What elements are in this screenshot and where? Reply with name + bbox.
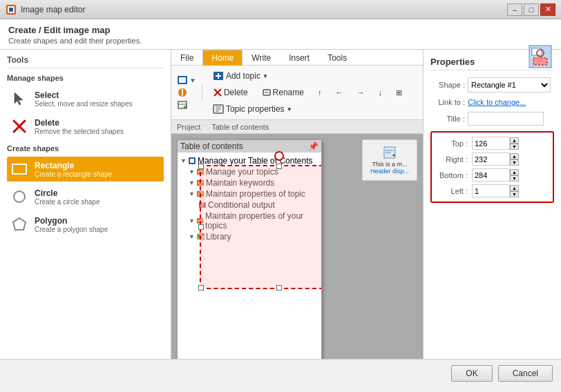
nav-left-button[interactable]: ← [330, 86, 348, 99]
topic-props-button[interactable]: Topic properties ▼ [208, 101, 297, 117]
nav-down-button[interactable]: ↓ [373, 86, 387, 99]
title-bar-left: Image map editor [6, 4, 85, 15]
nav-right-button[interactable]: → [352, 86, 369, 99]
add-topic-button[interactable]: Add topic ▼ [208, 68, 273, 84]
delete-label: Delete [224, 88, 248, 97]
topic-props-label: Topic properties [226, 104, 285, 114]
minimize-button[interactable]: – [507, 3, 522, 16]
quick-icon-1 [177, 75, 188, 86]
left-down-btn[interactable]: ▼ [510, 191, 519, 197]
expand-0: ▼ [180, 157, 187, 164]
svg-rect-28 [190, 159, 194, 163]
link-value[interactable]: Click to change... [468, 98, 526, 106]
properties-panel: Properties Shape : Rectangle #1 Link to … [423, 50, 561, 359]
delete-icon [10, 117, 29, 136]
handle-tm[interactable] [276, 164, 282, 169]
title-input[interactable] [468, 112, 544, 126]
tab-insert[interactable]: Insert [280, 50, 318, 66]
close-button[interactable]: ✕ [540, 3, 555, 16]
bottom-input[interactable] [472, 168, 510, 182]
canvas-nav-bar: Project Table of contents [171, 120, 423, 134]
more-button[interactable]: ⊞ [391, 86, 407, 100]
handle-ml[interactable] [198, 224, 204, 230]
handle-bm[interactable] [276, 285, 282, 291]
rename-icon [262, 88, 272, 97]
add-topic-label: Add topic [226, 71, 260, 81]
tab-tools[interactable]: Tools [318, 50, 356, 66]
left-spinner[interactable]: ▲ ▼ [510, 185, 519, 197]
right-spinner[interactable]: ▲ ▼ [510, 153, 519, 166]
tool-delete-label: Delete [35, 118, 124, 128]
right-input[interactable] [472, 153, 510, 166]
top-input[interactable] [472, 137, 510, 150]
maximize-button[interactable]: □ [524, 3, 539, 16]
nav-toc[interactable]: Table of contents [211, 123, 269, 131]
tool-rectangle-label: Rectangle [35, 161, 112, 170]
svg-rect-5 [533, 58, 547, 65]
toc-title: Table of contents [180, 141, 243, 151]
header-section: Create / Edit image map Create shapes an… [0, 19, 561, 50]
quick-icon-2 [177, 87, 188, 98]
ribbon: File Home Write Insert Tools ▼ [171, 50, 423, 120]
cancel-button[interactable]: Cancel [498, 365, 553, 382]
tool-delete[interactable]: Delete Remove the selected shapes [7, 114, 164, 139]
topic-props-icon [213, 104, 224, 114]
bottom-spinner[interactable]: ▲ ▼ [510, 169, 519, 182]
left-up-btn[interactable]: ▲ [510, 185, 519, 191]
tab-file[interactable]: File [171, 50, 202, 66]
coord-bottom-row: Bottom : ▲ ▼ [437, 168, 547, 182]
nav-project[interactable]: Project [177, 123, 200, 131]
coord-left-row: Left : ▲ ▼ [437, 184, 547, 197]
tool-circle-text: Circle Create a circle shape [35, 188, 100, 206]
title-label: Title : [430, 115, 465, 123]
expand-3: ▼ [189, 190, 195, 197]
right-label: Right : [437, 155, 472, 164]
circle-icon [10, 187, 29, 206]
rename-button[interactable]: Rename [257, 85, 309, 100]
preview-subtext: Header disp... [370, 168, 409, 175]
tool-polygon[interactable]: Polygon Create a polygon shape [7, 212, 164, 237]
create-shapes-title: Create shapes [7, 144, 164, 153]
handle-bl[interactable] [198, 285, 204, 291]
right-up-btn[interactable]: ▲ [510, 153, 519, 159]
title-bar-controls: – □ ✕ [507, 3, 555, 16]
tool-circle[interactable]: Circle Create a circle shape [7, 184, 164, 209]
left-input[interactable] [472, 184, 510, 197]
ok-button[interactable]: OK [451, 365, 492, 382]
tab-home[interactable]: Home [202, 50, 243, 66]
left-label: Left : [437, 187, 472, 195]
toc-panel: Table of contents 📌 ▼ Manage your Table … [177, 139, 322, 359]
link-row: Link to : Click to change... [430, 98, 554, 106]
polygon-icon [10, 215, 29, 234]
top-spinner[interactable]: ▲ ▼ [510, 137, 519, 150]
handle-tl[interactable] [198, 164, 204, 169]
bottom-down-btn[interactable]: ▼ [510, 175, 519, 182]
tool-rectangle[interactable]: Rectangle Create a rectangle shape [7, 157, 164, 182]
tool-polygon-label: Polygon [35, 216, 108, 226]
rotation-handle[interactable] [274, 151, 284, 161]
tool-polygon-text: Polygon Create a polygon shape [35, 216, 108, 233]
shape-select[interactable]: Rectangle #1 [468, 77, 551, 92]
header-title: Create / Edit image map [8, 25, 553, 35]
selection-rect[interactable] [200, 165, 322, 289]
tool-select[interactable]: Select Select, move and resize shapes [7, 86, 164, 111]
expand-5: ▼ [189, 217, 195, 224]
delete-button[interactable]: Delete [208, 85, 253, 100]
header-subtitle: Create shapes and edit their properties. [8, 37, 553, 45]
tool-polygon-desc: Create a polygon shape [35, 226, 108, 233]
canvas-inner[interactable]: Table of contents 📌 ▼ Manage your Table … [171, 134, 423, 359]
right-preview: This is a m... Header disp... [362, 139, 417, 181]
nav-up-button[interactable]: ↑ [313, 86, 327, 99]
tab-write[interactable]: Write [243, 50, 280, 66]
top-down-btn[interactable]: ▼ [510, 144, 519, 150]
tool-select-label: Select [35, 90, 133, 100]
tools-panel-title: Tools [7, 55, 164, 68]
right-down-btn[interactable]: ▼ [510, 159, 519, 166]
shape-row: Shape : Rectangle #1 [430, 77, 554, 92]
title-row: Title : [430, 112, 554, 126]
preview-text: This is a m... [372, 161, 407, 168]
canvas-area[interactable]: File Home Write Insert Tools ▼ [171, 50, 423, 359]
bottom-label: Bottom : [437, 171, 472, 179]
top-up-btn[interactable]: ▲ [510, 137, 519, 144]
bottom-up-btn[interactable]: ▲ [510, 169, 519, 175]
